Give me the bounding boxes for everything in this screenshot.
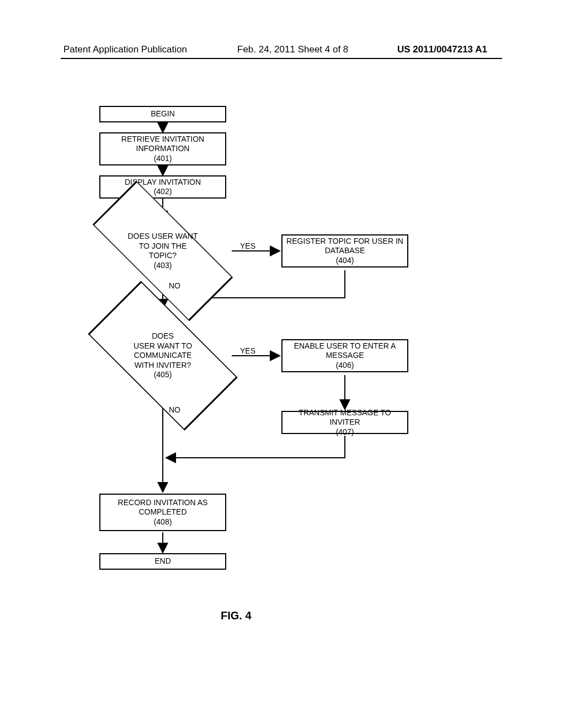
node-402-line2: (402) [154, 187, 172, 197]
node-406-line3: (406) [336, 361, 354, 371]
node-end-label: END [154, 556, 171, 566]
node-406: ENABLE USER TO ENTER A MESSAGE (406) [281, 339, 408, 372]
node-403: DOES USER WANT TO JOIN THE TOPIC? (403) [119, 207, 207, 295]
node-401-line2: INFORMATION [136, 144, 190, 154]
node-402: DISPLAY INVITATION (402) [99, 175, 226, 199]
node-404-line1: REGISTER TOPIC FOR USER IN [286, 237, 403, 247]
node-408-line2: COMPLETED [138, 507, 186, 517]
node-begin-label: BEGIN [151, 109, 175, 119]
node-404-line2: DATABASE [325, 246, 365, 256]
header-center: Feb. 24, 2011 Sheet 4 of 8 [237, 44, 348, 55]
node-401: RETRIEVE INVITATION INFORMATION (401) [99, 132, 226, 165]
node-406-line2: MESSAGE [326, 351, 364, 361]
node-408-line1: RECORD INVITATION AS [118, 498, 208, 508]
node-405-label: DOES USER WANT TO COMMUNICATE WITH INVIT… [116, 331, 210, 380]
edge-403-yes: YES [240, 242, 255, 250]
node-405: DOES USER WANT TO COMMUNICATE WITH INVIT… [119, 312, 207, 400]
node-408: RECORD INVITATION AS COMPLETED (408) [99, 494, 226, 531]
edge-405-yes: YES [240, 346, 255, 355]
node-406-line1: ENABLE USER TO ENTER A [294, 341, 396, 351]
node-407: TRANSMIT MESSAGE TO INVITER (407) [281, 411, 408, 434]
node-401-line1: RETRIEVE INVITATION [121, 135, 204, 144]
node-408-line3: (408) [154, 517, 172, 527]
node-403-label: DOES USER WANT TO JOIN THE TOPIC? (403) [119, 232, 207, 270]
node-401-line3: (401) [154, 154, 172, 164]
figure-label: FIG. 4 [221, 609, 252, 622]
node-end: END [99, 553, 226, 570]
node-404: REGISTER TOPIC FOR USER IN DATABASE (404… [281, 234, 408, 267]
header-left: Patent Application Publication [63, 44, 187, 55]
header-rule [61, 58, 502, 59]
edge-403-no: NO [169, 281, 180, 290]
header-right: US 2011/0047213 A1 [397, 44, 487, 55]
node-begin: BEGIN [99, 106, 226, 122]
node-407-line2: (407) [336, 427, 354, 437]
node-407-line1: TRANSMIT MESSAGE TO INVITER [286, 408, 404, 427]
edge-405-no: NO [169, 405, 180, 414]
node-404-line3: (404) [336, 256, 354, 266]
